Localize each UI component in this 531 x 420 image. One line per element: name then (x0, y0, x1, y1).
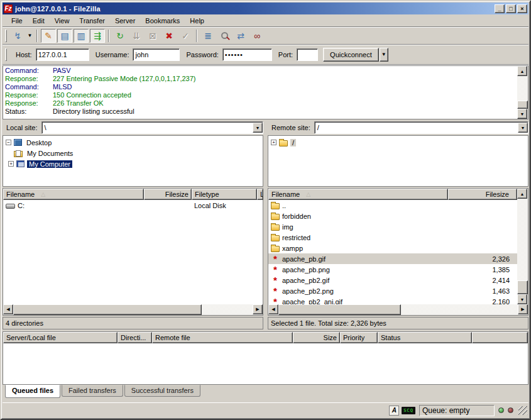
menu-edit[interactable]: Edit (28, 16, 50, 26)
resize-grip[interactable] (518, 406, 527, 415)
scroll-down-button[interactable]: ▼ (517, 109, 527, 119)
column-filename[interactable]: Filename△ (3, 189, 144, 200)
toggle-local-tree-button[interactable]: ▤ (57, 29, 72, 43)
pane-splitter[interactable] (263, 121, 268, 329)
column-filetype[interactable]: Filetype (192, 189, 257, 200)
cancel-operation-button[interactable]: ⊠ (145, 29, 160, 43)
queue-status-text: Queue: empty (419, 405, 495, 416)
remote-file-row-selected[interactable]: *apache_pb.gif 2,326 (268, 253, 517, 264)
remote-file-row[interactable]: xampp (268, 243, 517, 253)
tree-item-my-documents[interactable]: My Documents (6, 148, 263, 158)
remote-file-row[interactable]: *apache_pb2_ani.gif 2,160 (268, 296, 517, 304)
minimize-button[interactable]: _ (495, 4, 505, 13)
toggle-remote-tree-button[interactable]: ▥ (74, 29, 89, 43)
disconnect-button[interactable]: ✖ (161, 29, 177, 43)
scroll-thumb[interactable] (517, 280, 528, 294)
remote-site-row: Remote site: / ▼ (268, 121, 528, 135)
scroll-right-button[interactable]: ▶ (518, 304, 528, 314)
sync-browsing-button[interactable]: ⇄ (233, 29, 248, 43)
expand-icon[interactable]: + (271, 140, 276, 145)
scroll-up-button[interactable]: ▲ (517, 189, 527, 199)
column-status[interactable]: Status (378, 332, 472, 343)
desktop-icon (14, 139, 22, 146)
remote-site-combo[interactable]: / ▼ (314, 121, 528, 134)
column-priority[interactable]: Priority (340, 332, 378, 343)
quickconnect-button[interactable]: Quickconnect (323, 48, 379, 62)
queue-view-icon: ⇶ (94, 31, 101, 41)
column-direction[interactable]: Directi... (118, 332, 152, 343)
host-input[interactable] (36, 48, 89, 61)
remote-file-row[interactable]: *apache_pb2.gif 2,414 (268, 275, 517, 285)
menu-help[interactable]: Help (185, 16, 209, 26)
remote-horizontal-scrollbar[interactable]: ◀ ▶ (268, 304, 528, 315)
column-last-modified[interactable]: L (257, 189, 263, 200)
tree-item-desktop[interactable]: − Desktop (6, 137, 263, 148)
tab-successful-transfers[interactable]: Successful transfers (124, 385, 200, 397)
sort-ascending-icon: △ (306, 189, 310, 199)
expand-icon[interactable]: + (8, 161, 14, 167)
collapse-icon[interactable]: − (6, 140, 11, 145)
site-manager-button[interactable]: ≣ (200, 29, 216, 43)
remote-file-row[interactable]: forbidden (268, 211, 517, 221)
username-input[interactable] (133, 48, 180, 61)
remote-vertical-scrollbar[interactable]: ▲ ▼ (517, 189, 528, 304)
menu-transfer[interactable]: Transfer (74, 16, 110, 26)
tab-queued-files[interactable]: Queued files (5, 385, 60, 398)
close-button[interactable]: × (517, 4, 527, 13)
window-title: john@127.0.0.1 - FileZilla (15, 5, 493, 13)
column-size[interactable]: Size (293, 332, 340, 343)
menu-server[interactable]: Server (110, 16, 140, 26)
process-queue-button[interactable]: ⇊ (129, 29, 144, 43)
tree-item-my-computer[interactable]: + My Computer (6, 158, 263, 169)
local-site-combo[interactable]: \ ▼ (41, 121, 263, 134)
image-file-icon: * (271, 256, 280, 262)
status-bar: A SCQ Queue: empty (3, 402, 528, 417)
port-input[interactable] (297, 48, 318, 61)
menu-bookmarks[interactable]: Bookmarks (140, 16, 185, 26)
scroll-thumb[interactable] (517, 101, 528, 109)
connect-button[interactable]: ↯ (10, 29, 25, 43)
menu-view[interactable]: View (50, 16, 75, 26)
maximize-button[interactable]: □ (506, 4, 516, 13)
scroll-thumb[interactable] (13, 304, 202, 315)
column-remote-file[interactable]: Remote file (152, 332, 293, 343)
quickconnect-dropdown-button[interactable]: ▼ (380, 48, 388, 62)
toggle-message-log-button[interactable]: ✎ (41, 29, 56, 43)
column-filesize[interactable]: Filesize (144, 189, 192, 200)
column-server-local-file[interactable]: Server/Local file (3, 332, 118, 343)
password-input[interactable] (222, 48, 272, 61)
remote-file-row[interactable]: *apache_pb2.png 1,463 (268, 285, 517, 296)
site-manager-icon: ≣ (204, 31, 212, 41)
refresh-button[interactable]: ↻ (112, 29, 128, 43)
scroll-right-button[interactable]: ▶ (253, 304, 263, 314)
menu-file[interactable]: File (6, 16, 28, 26)
combo-dropdown-icon[interactable]: ▼ (518, 123, 528, 133)
find-button[interactable]: ∞ (249, 29, 265, 43)
local-file-list: Filename△ Filesize Filetype L C: Local D… (3, 188, 263, 316)
local-horizontal-scrollbar[interactable]: ◀ ▶ (3, 304, 263, 315)
tree-item-root[interactable]: + / (271, 137, 528, 148)
filter-button[interactable] (217, 29, 232, 43)
log-line: Status:Directory listing successful (5, 108, 515, 116)
toggle-queue-button[interactable]: ⇶ (90, 29, 105, 43)
connect-dropdown-button[interactable]: ▼ (26, 29, 34, 43)
local-file-row[interactable]: C: Local Disk (3, 200, 263, 211)
log-line: Command:PASV (5, 67, 515, 75)
remote-file-row[interactable]: .. (268, 200, 517, 211)
scroll-thumb[interactable] (278, 304, 401, 315)
scroll-up-button[interactable]: ▲ (517, 66, 527, 76)
column-filesize[interactable]: Filesize (448, 189, 517, 200)
remote-file-row[interactable]: *apache_pb.png 1,385 (268, 264, 517, 275)
scroll-left-button[interactable]: ◀ (3, 304, 13, 314)
combo-dropdown-icon[interactable]: ▼ (253, 123, 263, 133)
scroll-left-button[interactable]: ◀ (268, 304, 278, 314)
local-status-text: 4 directories (3, 317, 263, 329)
compare-button[interactable]: ✓ (178, 29, 193, 43)
log-scrollbar[interactable]: ▲ ▼ (517, 66, 528, 119)
remote-file-row[interactable]: restricted (268, 232, 517, 243)
toolbar-grip (5, 30, 7, 42)
remote-file-row[interactable]: img (268, 221, 517, 232)
scroll-down-button[interactable]: ▼ (517, 294, 527, 304)
tab-failed-transfers[interactable]: Failed transfers (62, 385, 123, 397)
column-filename[interactable]: Filename△ (268, 189, 448, 200)
